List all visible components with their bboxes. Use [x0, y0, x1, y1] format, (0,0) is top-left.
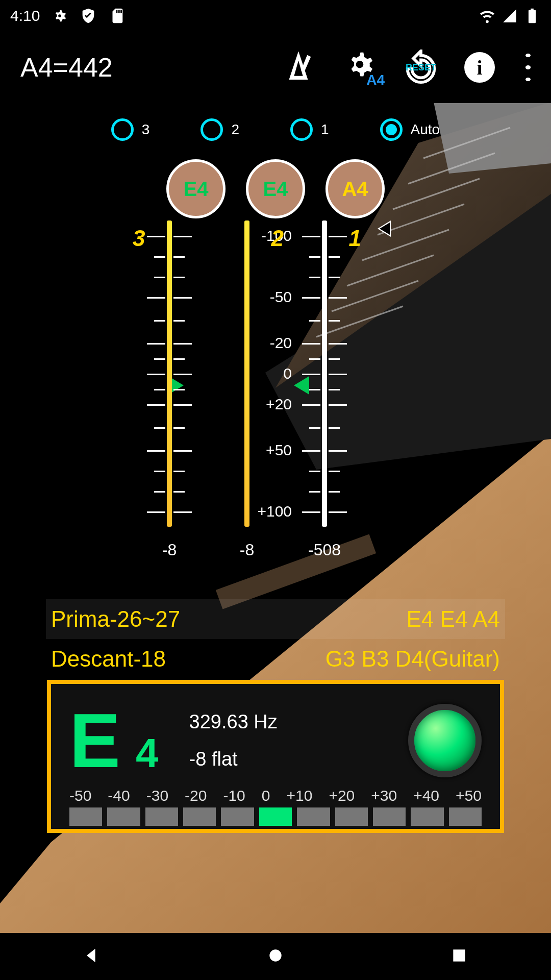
tuning-gauges: 3 -8 2 -8 [158, 220, 336, 537]
tuning-descant[interactable]: Descant-18 G3 B3 D4(Guitar) [46, 639, 505, 679]
radio-icon [380, 118, 403, 141]
string-radio-auto[interactable]: Auto [380, 118, 440, 141]
a4-settings-icon[interactable]: A4 [342, 50, 378, 85]
detected-cents: -8 flat [189, 748, 278, 770]
a4-sub-label: A4 [366, 72, 385, 88]
detected-note-octave: 4 [136, 730, 159, 777]
cent-bar [69, 807, 482, 826]
signal-icon [501, 7, 518, 24]
string-radio-2[interactable]: 2 [201, 118, 239, 141]
reset-sub-label: RESET [406, 62, 436, 73]
gauge-string-3: 3 -8 [158, 220, 181, 537]
radio-icon [111, 118, 134, 141]
nav-back-icon[interactable] [82, 945, 102, 968]
svg-rect-14 [453, 949, 465, 961]
tuner-led-icon [408, 704, 482, 777]
gauge-string-1: 1 -508 [313, 220, 336, 537]
reset-icon[interactable]: RESET [403, 50, 439, 85]
peg-string-3[interactable]: E4 [166, 159, 226, 218]
gauge-cents-1: -508 [308, 541, 341, 559]
pegs-row: E4 E4 A4 [0, 159, 551, 218]
nav-recent-icon[interactable] [449, 945, 469, 968]
wifi-icon [479, 7, 496, 24]
radio-icon [290, 118, 313, 141]
battery-icon [523, 7, 541, 24]
radio-icon [201, 118, 223, 141]
string-radio-3[interactable]: 3 [111, 118, 150, 141]
detected-frequency: 329.63 Hz [189, 711, 278, 733]
tuning-prima[interactable]: Prima-26~27 E4 E4 A4 [46, 599, 505, 639]
nav-home-icon[interactable] [265, 945, 286, 968]
reference-pitch[interactable]: A4=442 [20, 52, 113, 83]
status-time: 4:10 [10, 7, 40, 24]
main-area: 3 2 1 Auto E4 E4 A4 -100 -50 [0, 103, 551, 933]
peg-string-1[interactable]: A4 [325, 159, 385, 218]
string-selector: 3 2 1 Auto [0, 118, 551, 141]
more-icon[interactable] [520, 50, 536, 85]
tuner-display: E 4 329.63 Hz -8 flat -50 -40 -30 -20 -1… [47, 680, 504, 833]
tuning-presets: Prima-26~27 E4 E4 A4 Descant-18 G3 B3 D4… [46, 599, 505, 679]
settings-icon [51, 7, 68, 24]
status-bar: 4:10 [0, 0, 551, 32]
svg-point-13 [269, 949, 281, 961]
cent-labels: -50 -40 -30 -20 -10 0 +10 +20 +30 +40 +5… [69, 787, 482, 804]
gauge-cents-2: -8 [240, 541, 254, 559]
string-radio-1[interactable]: 1 [290, 118, 329, 141]
pointer-outline-icon [378, 220, 391, 237]
gauge-cents-3: -8 [162, 541, 177, 559]
shield-icon [80, 7, 97, 24]
system-nav-bar [0, 933, 551, 980]
sd-card-icon [108, 7, 126, 24]
detected-note-letter: E [69, 702, 120, 779]
info-icon[interactable]: i [464, 52, 495, 83]
gauge-string-2: 2 -8 [236, 220, 258, 537]
metronome-icon[interactable] [281, 50, 316, 85]
peg-string-2[interactable]: E4 [246, 159, 305, 218]
app-bar: A4=442 A4 RESET i [0, 32, 551, 103]
